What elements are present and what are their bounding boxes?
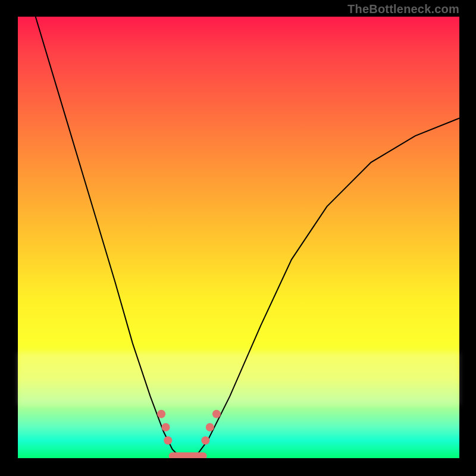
curve-marker [206,423,214,431]
curve-marker [212,410,221,418]
curve-marker [162,423,170,431]
attribution-label: TheBottleneck.com [347,2,459,16]
curve-marker [157,410,165,418]
chart-svg [18,17,459,458]
bottleneck-curve [36,17,459,458]
plot-area [18,17,459,458]
curve-marker [201,436,209,444]
curve-marker [164,436,172,444]
